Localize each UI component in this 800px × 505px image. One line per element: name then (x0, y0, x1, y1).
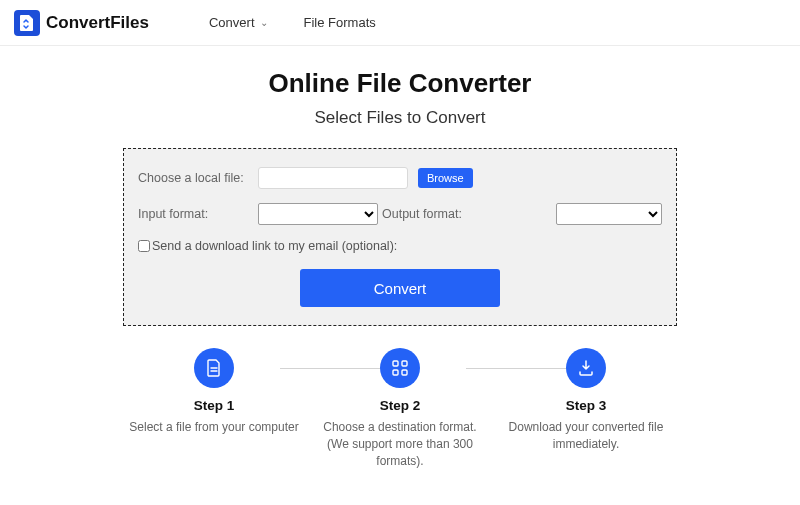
output-format-label: Output format: (382, 207, 462, 221)
step-title: Step 3 (493, 398, 679, 413)
nav-file-formats-label: File Formats (304, 15, 376, 30)
email-checkbox-label: Send a download link to my email (option… (152, 239, 397, 253)
browse-button[interactable]: Browse (418, 168, 473, 188)
header: ConvertFiles Convert ⌄ File Formats (0, 0, 800, 46)
nav: Convert ⌄ File Formats (209, 15, 376, 30)
svg-rect-2 (393, 370, 398, 375)
converter-panel: Choose a local file: Browse Input format… (123, 148, 677, 326)
steps: Step 1 Select a file from your computer … (0, 348, 800, 469)
brand[interactable]: ConvertFiles (14, 10, 149, 36)
file-input[interactable] (258, 167, 408, 189)
email-checkbox[interactable] (138, 240, 150, 252)
grid-icon (380, 348, 420, 388)
step-desc: Select a file from your computer (121, 419, 307, 436)
nav-file-formats[interactable]: File Formats (304, 15, 376, 30)
download-icon (566, 348, 606, 388)
svg-rect-3 (402, 370, 407, 375)
step-1: Step 1 Select a file from your computer (121, 348, 307, 469)
step-desc: Download your converted file immediately… (493, 419, 679, 453)
choose-file-label: Choose a local file: (138, 171, 258, 185)
step-3: Step 3 Download your converted file imme… (493, 348, 679, 469)
email-row: Send a download link to my email (option… (138, 239, 662, 253)
page-subtitle: Select Files to Convert (0, 108, 800, 128)
input-format-label: Input format: (138, 207, 258, 221)
brand-icon (14, 10, 40, 36)
step-title: Step 1 (121, 398, 307, 413)
page-title: Online File Converter (0, 68, 800, 99)
step-desc: Choose a destination format. (We support… (307, 419, 493, 469)
hero: Online File Converter Select Files to Co… (0, 68, 800, 128)
step-2: Step 2 Choose a destination format. (We … (307, 348, 493, 469)
svg-rect-0 (393, 361, 398, 366)
nav-convert[interactable]: Convert ⌄ (209, 15, 268, 30)
step-title: Step 2 (307, 398, 493, 413)
format-row: Input format: Output format: (138, 203, 662, 225)
nav-convert-label: Convert (209, 15, 255, 30)
chevron-down-icon: ⌄ (260, 17, 268, 28)
file-row: Choose a local file: Browse (138, 167, 662, 189)
file-icon (194, 348, 234, 388)
brand-name: ConvertFiles (46, 13, 149, 33)
svg-rect-1 (402, 361, 407, 366)
convert-button[interactable]: Convert (300, 269, 500, 307)
input-format-select[interactable] (258, 203, 378, 225)
output-format-select[interactable] (556, 203, 662, 225)
